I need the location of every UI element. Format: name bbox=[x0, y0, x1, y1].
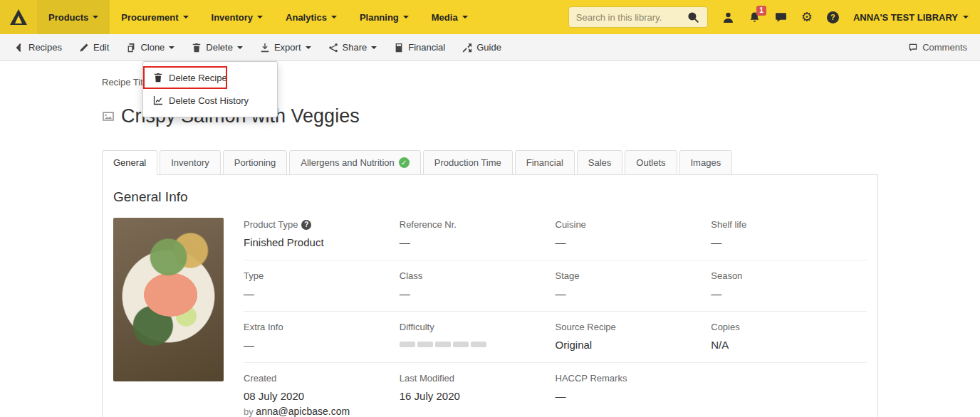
nav-analytics[interactable]: Analytics bbox=[274, 0, 348, 34]
back-label: Recipes bbox=[28, 42, 62, 53]
chevron-down-icon bbox=[462, 16, 468, 21]
field-value: — bbox=[556, 287, 711, 300]
field-label: Last Modified bbox=[400, 373, 454, 384]
recipe-image-icon bbox=[102, 111, 115, 122]
tab-production-time-label: Production Time bbox=[434, 157, 501, 168]
tab-images-label: Images bbox=[691, 157, 721, 168]
delete-label: Delete bbox=[206, 42, 233, 53]
library-switcher[interactable]: ANNA'S TEST LIBRARY bbox=[853, 12, 969, 23]
library-name: ANNA'S TEST LIBRARY bbox=[853, 12, 958, 23]
help-button[interactable]: ? bbox=[827, 11, 839, 23]
delete-dropdown-menu: Delete Recipe Delete Cost History bbox=[142, 61, 278, 117]
tab-sales[interactable]: Sales bbox=[577, 150, 623, 175]
clone-button[interactable]: Clone bbox=[118, 42, 183, 53]
messages-button[interactable] bbox=[775, 11, 787, 23]
back-to-recipes-button[interactable]: Recipes bbox=[6, 42, 71, 53]
rating-bar bbox=[453, 342, 469, 347]
field-label: Type bbox=[244, 270, 264, 281]
comments-button[interactable]: Comments bbox=[900, 42, 974, 53]
field-label: Difficulty bbox=[400, 322, 434, 332]
field-label: Product Type bbox=[244, 219, 298, 230]
clone-label: Clone bbox=[140, 42, 165, 53]
apicbase-logo[interactable] bbox=[0, 0, 37, 34]
navbar-right: 1 ⚙ ? ANNA'S TEST LIBRARY bbox=[568, 0, 980, 34]
chevron-down-icon bbox=[371, 46, 377, 52]
tab-allergens-label: Allergens and Nutrition bbox=[301, 157, 395, 168]
field-label: HACCP Remarks bbox=[556, 373, 627, 384]
field-source-recipe: Source Recipe Original bbox=[556, 322, 711, 351]
tab-general-label: General bbox=[113, 157, 146, 168]
comment-bubble-icon bbox=[908, 43, 918, 53]
rating-bar bbox=[400, 342, 415, 347]
field-value: 08 July 2020 bbox=[244, 390, 400, 402]
guide-button[interactable]: Guide bbox=[454, 42, 510, 53]
field-value: — bbox=[711, 236, 867, 248]
section-heading: General Info bbox=[113, 189, 867, 205]
tab-financial[interactable]: Financial bbox=[515, 150, 575, 175]
field-stage: Stage — bbox=[556, 270, 711, 300]
delete-button[interactable]: Delete bbox=[183, 42, 251, 53]
comments-label: Comments bbox=[922, 42, 967, 53]
field-label: Cuisine bbox=[556, 219, 586, 230]
general-info-panel: General Info Product Type? Finished Prod… bbox=[102, 175, 878, 417]
user-profile-button[interactable] bbox=[722, 11, 734, 23]
gears-icon: ⚙ bbox=[801, 11, 813, 23]
edit-button[interactable]: Edit bbox=[71, 42, 118, 53]
tab-outlets[interactable]: Outlets bbox=[625, 150, 677, 175]
settings-button[interactable]: ⚙ bbox=[801, 11, 813, 23]
field-haccp-remarks: HACCP Remarks — bbox=[556, 373, 711, 417]
nav-products[interactable]: Products bbox=[37, 0, 110, 34]
field-value: 16 July 2020 bbox=[400, 390, 556, 402]
search-icon bbox=[687, 11, 699, 23]
chevron-down-icon bbox=[257, 16, 263, 21]
help-icon[interactable]: ? bbox=[301, 220, 311, 230]
delete-cost-history-label: Delete Cost History bbox=[169, 95, 249, 106]
created-by-prefix: by bbox=[244, 406, 254, 417]
library-search bbox=[568, 6, 708, 28]
chevron-down-icon bbox=[183, 16, 189, 21]
field-value: — bbox=[244, 287, 400, 300]
share-button[interactable]: Share bbox=[320, 42, 386, 53]
notifications-button[interactable]: 1 bbox=[749, 11, 761, 23]
field-row: Type — Class — Stage — Season — bbox=[244, 260, 867, 312]
nav-inventory[interactable]: Inventory bbox=[200, 0, 275, 34]
menu-item-delete-recipe[interactable]: Delete Recipe bbox=[143, 68, 277, 87]
calculator-icon bbox=[394, 43, 404, 53]
recipe-tabs: General Inventory Portioning Allergens a… bbox=[102, 150, 878, 175]
financial-button[interactable]: Financial bbox=[385, 42, 454, 53]
share-icon bbox=[328, 43, 338, 53]
tab-general[interactable]: General bbox=[102, 150, 157, 175]
main-menu: Products Procurement Inventory Analytics… bbox=[37, 0, 479, 34]
tab-images[interactable]: Images bbox=[679, 150, 733, 175]
tab-portioning[interactable]: Portioning bbox=[223, 150, 288, 175]
field-created: Created 08 July 2020 by anna@apicbase.co… bbox=[244, 373, 400, 417]
field-value: — bbox=[400, 287, 556, 300]
tab-production-time[interactable]: Production Time bbox=[423, 150, 513, 175]
tab-allergens-nutrition[interactable]: Allergens and Nutrition✓ bbox=[289, 150, 421, 175]
field-value: — bbox=[556, 236, 711, 248]
search-button[interactable] bbox=[682, 11, 705, 23]
field-cuisine: Cuisine — bbox=[556, 219, 711, 248]
field-reference-nr: Reference Nr. — bbox=[400, 219, 556, 248]
chevron-down-icon bbox=[169, 46, 174, 52]
check-circle-icon: ✓ bbox=[399, 157, 410, 168]
field-value: — bbox=[556, 390, 711, 402]
field-value: Original bbox=[556, 339, 711, 351]
field-class: Class — bbox=[400, 270, 556, 300]
export-button[interactable]: Export bbox=[251, 42, 320, 53]
tab-inventory[interactable]: Inventory bbox=[160, 150, 220, 175]
guide-label: Guide bbox=[476, 42, 501, 53]
difficulty-rating bbox=[400, 342, 556, 347]
menu-item-delete-cost-history[interactable]: Delete Cost History bbox=[143, 91, 277, 110]
chevron-left-icon bbox=[14, 43, 24, 53]
field-value: — bbox=[400, 236, 556, 248]
pencil-icon bbox=[79, 43, 89, 53]
field-difficulty: Difficulty bbox=[400, 322, 556, 351]
chevron-down-icon bbox=[331, 16, 337, 21]
nav-procurement[interactable]: Procurement bbox=[110, 0, 199, 34]
search-input[interactable] bbox=[569, 12, 682, 23]
nav-media[interactable]: Media bbox=[420, 0, 479, 34]
nav-planning[interactable]: Planning bbox=[348, 0, 420, 34]
rating-bar bbox=[471, 342, 486, 347]
field-value: N/A bbox=[711, 339, 867, 351]
